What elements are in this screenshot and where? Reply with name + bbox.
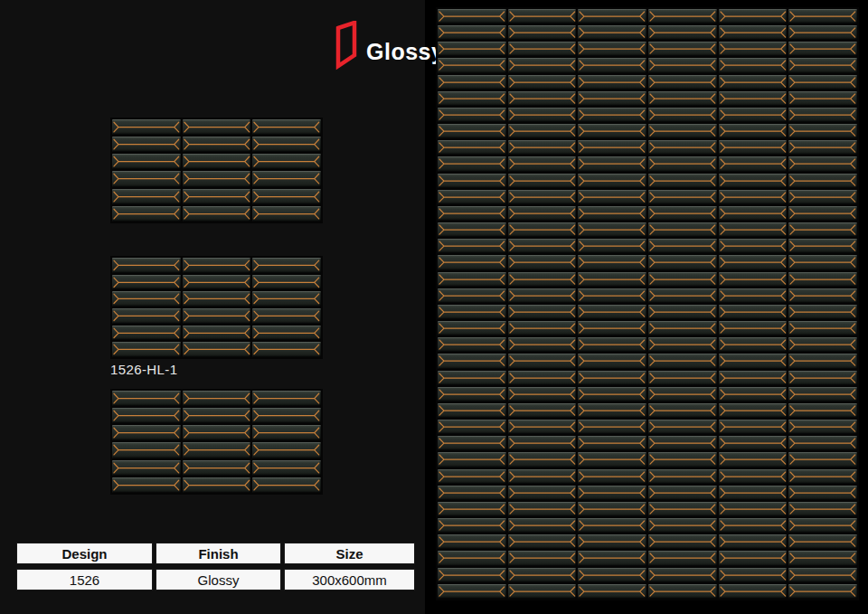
tile — [578, 518, 646, 533]
tile — [719, 354, 788, 368]
tile — [578, 58, 646, 72]
tile — [438, 140, 506, 155]
tile — [578, 25, 646, 40]
tile — [183, 119, 251, 135]
tile — [719, 25, 788, 40]
tile — [438, 354, 506, 368]
tile — [252, 291, 321, 307]
tile — [788, 568, 857, 582]
tile — [578, 190, 646, 204]
tile-swatch-1 — [110, 118, 323, 223]
tile — [578, 403, 646, 418]
tile — [788, 9, 857, 24]
tile — [508, 272, 577, 287]
tile — [438, 255, 506, 269]
tile — [183, 275, 251, 290]
tile — [788, 239, 857, 253]
tile — [183, 258, 251, 273]
tile — [438, 518, 506, 533]
tile — [719, 91, 788, 106]
tile — [438, 420, 506, 434]
tile — [788, 156, 857, 171]
tile — [719, 371, 788, 385]
tile — [788, 222, 857, 237]
tile — [788, 75, 857, 90]
tile — [183, 442, 251, 458]
tile — [438, 337, 506, 352]
tile — [578, 239, 646, 253]
tile — [648, 222, 717, 237]
tile — [648, 518, 717, 533]
tile — [788, 108, 857, 122]
tile — [578, 321, 646, 335]
tile — [578, 108, 646, 122]
tile — [112, 291, 181, 307]
tile — [648, 403, 717, 418]
tile — [438, 534, 506, 549]
tile — [648, 584, 717, 599]
tile — [788, 518, 857, 533]
tile — [578, 387, 646, 401]
tile — [719, 272, 788, 287]
tile — [719, 174, 788, 188]
tile — [788, 337, 857, 352]
tile — [438, 551, 506, 565]
tile — [112, 442, 181, 458]
tile — [112, 171, 181, 186]
tile — [508, 108, 577, 122]
tile — [438, 124, 506, 138]
tile — [648, 156, 717, 171]
tile — [719, 222, 788, 237]
tile — [578, 9, 646, 24]
tile — [112, 275, 181, 290]
tile — [112, 206, 181, 222]
tile — [648, 387, 717, 401]
tile-swatch-2 — [110, 256, 323, 359]
tile — [438, 190, 506, 204]
tile — [508, 321, 577, 335]
tile — [648, 58, 717, 72]
tile — [508, 140, 577, 155]
tile — [648, 190, 717, 204]
tile — [508, 124, 577, 138]
tile — [719, 436, 788, 450]
tile — [719, 288, 788, 303]
spec-value-design: 1526 — [16, 569, 153, 590]
tile — [578, 469, 646, 484]
tile — [508, 75, 577, 90]
tile — [788, 174, 857, 188]
tile — [438, 305, 506, 319]
tile — [438, 75, 506, 90]
tile — [508, 420, 577, 434]
tile — [719, 42, 788, 56]
tile — [719, 502, 788, 516]
tile — [788, 502, 857, 516]
tile — [788, 436, 857, 450]
tile — [508, 452, 577, 467]
tile — [719, 486, 788, 500]
tile — [508, 337, 577, 352]
tile — [438, 42, 506, 56]
tile — [719, 239, 788, 253]
tile — [508, 156, 577, 171]
spec-header-design: Design — [16, 543, 153, 564]
tile — [508, 534, 577, 549]
tile — [788, 469, 857, 484]
tile — [252, 137, 321, 152]
brand-logo-icon — [335, 21, 358, 71]
tile — [719, 9, 788, 24]
tile — [788, 140, 857, 155]
tile — [578, 452, 646, 467]
tile — [438, 584, 506, 599]
tile — [578, 140, 646, 155]
tile — [648, 321, 717, 335]
tile — [719, 321, 788, 335]
tile — [648, 42, 717, 56]
tile — [508, 174, 577, 188]
tile — [183, 425, 251, 440]
tile — [788, 58, 857, 72]
tile — [578, 75, 646, 90]
tile — [508, 42, 577, 56]
tile — [648, 288, 717, 303]
tile — [252, 189, 321, 204]
